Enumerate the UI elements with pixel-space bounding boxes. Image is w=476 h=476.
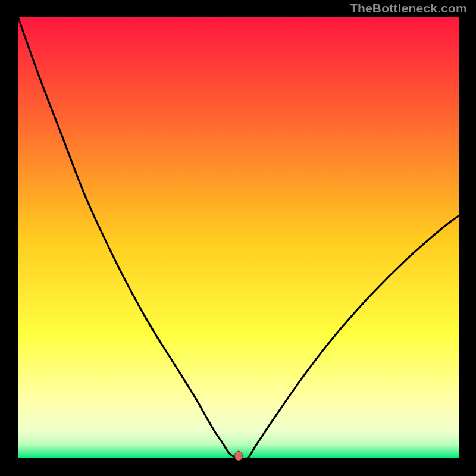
plot-area	[18, 17, 459, 458]
chart-svg	[0, 0, 476, 476]
chart-canvas: TheBottleneck.com	[0, 0, 476, 476]
minimum-marker	[235, 451, 243, 461]
watermark-label: TheBottleneck.com	[350, 1, 467, 15]
